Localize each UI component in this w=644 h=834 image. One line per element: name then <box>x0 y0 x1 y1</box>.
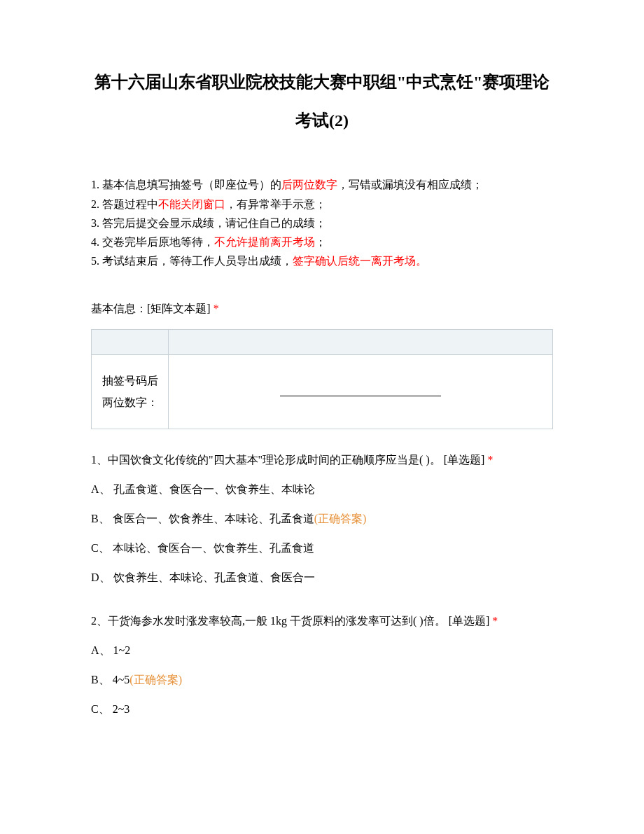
q2-option-b[interactable]: B、 4~5(正确答案) <box>91 670 553 690</box>
highlight: 签字确认后统一离开考场。 <box>293 255 427 267</box>
q2-option-c[interactable]: C、 2~3 <box>91 700 553 719</box>
q1-option-a[interactable]: A、 孔孟食道、食医合一、饮食养生、本味论 <box>91 480 553 499</box>
instruction-5: 5. 考试结束后，等待工作人员导出成绩，签字确认后统一离开考场。 <box>91 251 553 270</box>
table-header <box>169 330 553 355</box>
instructions-block: 1. 基本信息填写抽签号（即座位号）的后两位数字，写错或漏填没有相应成绩； 2.… <box>91 175 553 270</box>
question-1: 1、中国饮食文化传统的"四大基本"理论形成时间的正确顺序应当是( )。 [单选题… <box>91 450 553 588</box>
required-asterisk: * <box>211 303 219 314</box>
text: 2、干货海参水发时涨发率较高,一般 1kg 干货原料的涨发率可达到( )倍。 [… <box>91 615 489 627</box>
text: 基本信息： <box>91 303 147 314</box>
q1-stem: 1、中国饮食文化传统的"四大基本"理论形成时间的正确顺序应当是( )。 [单选题… <box>91 450 553 470</box>
q1-option-b[interactable]: B、 食医合一、饮食养生、本味论、孔孟食道(正确答案) <box>91 509 553 529</box>
text: B、 食医合一、饮食养生、本味论、孔孟食道 <box>91 513 314 524</box>
matrix-table: 抽签号码后两位数字： <box>91 329 553 429</box>
correct-answer-marker: (正确答案) <box>130 674 182 686</box>
highlight: 不能关闭窗口 <box>158 198 225 210</box>
text: 2. 答题过程中 <box>91 198 158 210</box>
text: ； <box>315 236 326 248</box>
q2-option-a[interactable]: A、 1~2 <box>91 641 553 660</box>
text: 1、中国饮食文化传统的"四大基本"理论形成时间的正确顺序应当是( )。 [单选题… <box>91 454 484 466</box>
required-asterisk: * <box>489 615 498 627</box>
q2-stem: 2、干货海参水发时涨发率较高,一般 1kg 干货原料的涨发率可达到( )倍。 [… <box>91 611 553 631</box>
page-title: 第十六届山东省职业院校技能大赛中职组"中式烹饪"赛项理论考试(2) <box>91 63 553 140</box>
instruction-2: 2. 答题过程中不能关闭窗口，有异常举手示意； <box>91 195 553 214</box>
instruction-3: 3. 答完后提交会显示成绩，请记住自己的成绩； <box>91 214 553 232</box>
table-row: 抽签号码后两位数字： <box>92 355 553 429</box>
instruction-1: 1. 基本信息填写抽签号（即座位号）的后两位数字，写错或漏填没有相应成绩； <box>91 175 553 194</box>
correct-answer-marker: (正确答案) <box>314 513 367 524</box>
table-header <box>92 330 169 355</box>
text: [矩阵文本题] <box>147 303 211 314</box>
q1-option-c[interactable]: C、 本味论、食医合一、饮食养生、孔孟食道 <box>91 538 553 558</box>
matrix-label: 基本信息：[矩阵文本题] * <box>91 302 553 317</box>
text: ，有异常举手示意； <box>225 198 326 210</box>
text: 1. 基本信息填写抽签号（即座位号）的 <box>91 179 281 190</box>
text: ，写错或漏填没有相应成绩； <box>337 179 483 190</box>
text: B、 4~5 <box>91 674 130 686</box>
input-cell[interactable] <box>169 355 553 429</box>
row-label-cell: 抽签号码后两位数字： <box>92 355 169 429</box>
blank-input-line[interactable] <box>280 385 441 396</box>
highlight: 后两位数字 <box>281 179 337 190</box>
question-2: 2、干货海参水发时涨发率较高,一般 1kg 干货原料的涨发率可达到( )倍。 [… <box>91 611 553 719</box>
highlight: 不允许提前离开考场 <box>214 236 315 248</box>
required-asterisk: * <box>484 454 493 466</box>
q1-option-d[interactable]: D、 饮食养生、本味论、孔孟食道、食医合一 <box>91 568 553 588</box>
instruction-4: 4. 交卷完毕后原地等待，不允许提前离开考场； <box>91 232 553 251</box>
text: 5. 考试结束后，等待工作人员导出成绩， <box>91 255 293 267</box>
text: 4. 交卷完毕后原地等待， <box>91 236 214 248</box>
